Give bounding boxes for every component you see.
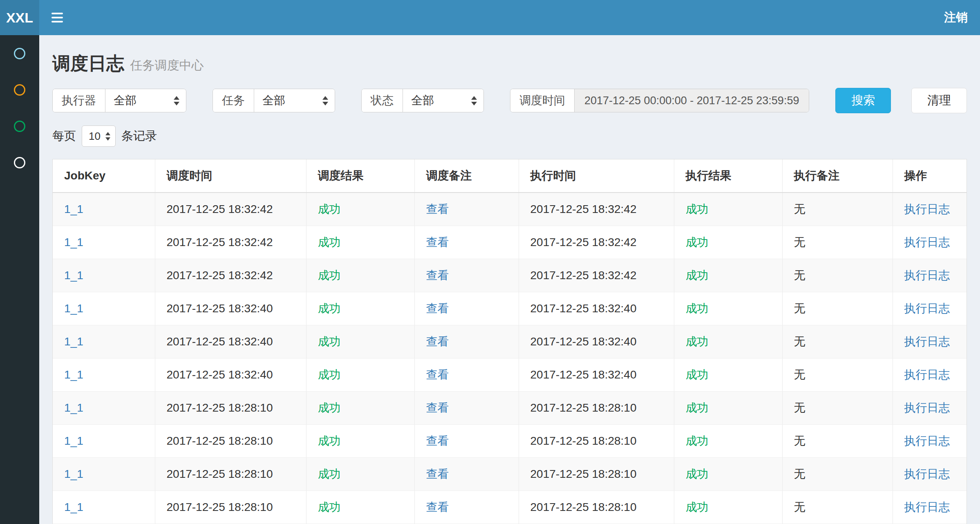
table-row: 1_1 2017-12-25 18:28:10 成功 查看 2017-12-25…	[53, 425, 967, 458]
handle-result-cell: 成功	[674, 425, 782, 458]
view-link[interactable]: 查看	[426, 468, 449, 480]
handle-msg-cell: 无	[782, 325, 893, 358]
trigger-time-filter-label: 调度时间	[510, 89, 574, 112]
exec-log-link[interactable]: 执行日志	[904, 203, 950, 215]
exec-log-link[interactable]: 执行日志	[904, 269, 950, 282]
job-filter-label: 任务	[213, 89, 254, 112]
sidebar-item-2[interactable]	[0, 72, 39, 108]
navbar-rest: 注销	[39, 0, 980, 35]
jobkey-link[interactable]: 1_1	[64, 236, 83, 249]
handle-result-cell: 成功	[674, 392, 782, 425]
search-button[interactable]: 搜索	[835, 88, 891, 113]
logout-link[interactable]: 注销	[932, 0, 980, 35]
circle-icon	[14, 84, 25, 96]
handle-msg-cell: 无	[782, 292, 893, 325]
exec-log-link[interactable]: 执行日志	[904, 401, 950, 414]
trigger-msg-cell: 查看	[414, 358, 519, 392]
handle-time-cell: 2017-12-25 18:32:42	[519, 226, 674, 259]
trigger-msg-cell: 查看	[414, 491, 519, 524]
jobkey-cell: 1_1	[53, 325, 155, 358]
trigger-result-cell: 成功	[306, 458, 414, 491]
action-cell: 执行日志	[893, 193, 967, 226]
exec-log-link[interactable]: 执行日志	[904, 468, 950, 480]
jobkey-link[interactable]: 1_1	[64, 401, 83, 414]
view-link[interactable]: 查看	[426, 269, 449, 282]
trigger-time-range-input[interactable]: 2017-12-25 00:00:00 - 2017-12-25 23:59:5…	[574, 89, 809, 112]
table-row: 1_1 2017-12-25 18:32:42 成功 查看 2017-12-25…	[53, 226, 967, 259]
handle-time-cell: 2017-12-25 18:28:10	[519, 491, 674, 524]
jobkey-cell: 1_1	[53, 259, 155, 292]
handle-result-cell: 成功	[674, 358, 782, 392]
jobkey-link[interactable]: 1_1	[64, 335, 83, 348]
view-link[interactable]: 查看	[426, 401, 449, 414]
trigger-msg-cell: 查看	[414, 325, 519, 358]
handle-time-cell: 2017-12-25 18:28:10	[519, 425, 674, 458]
view-link[interactable]: 查看	[426, 203, 449, 215]
clear-button[interactable]: 清理	[911, 88, 967, 113]
sidebar-item-3[interactable]	[0, 108, 39, 144]
handle-msg-cell: 无	[782, 425, 893, 458]
jobkey-link[interactable]: 1_1	[64, 468, 83, 480]
exec-log-link[interactable]: 执行日志	[904, 236, 950, 249]
view-link[interactable]: 查看	[426, 335, 449, 348]
jobkey-link[interactable]: 1_1	[64, 269, 83, 282]
status-select-value: 全部	[411, 93, 461, 108]
sidebar	[0, 35, 39, 524]
trigger-result-cell: 成功	[306, 425, 414, 458]
job-select[interactable]: 全部	[254, 89, 335, 112]
exec-log-link[interactable]: 执行日志	[904, 501, 950, 513]
table-row: 1_1 2017-12-25 18:32:40 成功 查看 2017-12-25…	[53, 292, 967, 325]
page-size-select[interactable]: 10	[82, 125, 116, 147]
handle-msg-cell: 无	[782, 259, 893, 292]
sidebar-item-4[interactable]	[0, 144, 39, 181]
action-cell: 执行日志	[893, 458, 967, 491]
jobkey-link[interactable]: 1_1	[64, 434, 83, 447]
exec-log-link[interactable]: 执行日志	[904, 302, 950, 315]
view-link[interactable]: 查看	[426, 236, 449, 249]
hamburger-icon	[51, 13, 63, 14]
jobkey-cell: 1_1	[53, 292, 155, 325]
view-link[interactable]: 查看	[426, 501, 449, 513]
top-navbar: XXL 注销	[0, 0, 980, 35]
handle-result-cell: 成功	[674, 226, 782, 259]
circle-icon	[14, 48, 25, 59]
exec-log-link[interactable]: 执行日志	[904, 368, 950, 381]
column-header-trigger-time: 调度时间	[155, 159, 306, 193]
jobkey-link[interactable]: 1_1	[64, 302, 83, 315]
page-size-suffix: 条记录	[121, 128, 157, 144]
trigger-time-cell: 2017-12-25 18:32:42	[155, 193, 306, 226]
jobkey-link[interactable]: 1_1	[64, 368, 83, 381]
trigger-result-cell: 成功	[306, 325, 414, 358]
trigger-time-cell: 2017-12-25 18:28:10	[155, 491, 306, 524]
executor-select[interactable]: 全部	[105, 89, 186, 112]
view-link[interactable]: 查看	[426, 302, 449, 315]
exec-log-link[interactable]: 执行日志	[904, 335, 950, 348]
table-row: 1_1 2017-12-25 18:28:10 成功 查看 2017-12-25…	[53, 392, 967, 425]
page-size-row: 每页 10 条记录	[52, 125, 967, 147]
jobkey-cell: 1_1	[53, 392, 155, 425]
jobkey-link[interactable]: 1_1	[64, 203, 83, 215]
page-title: 调度日志	[52, 53, 124, 73]
action-cell: 执行日志	[893, 392, 967, 425]
sidebar-toggle-button[interactable]	[39, 0, 75, 35]
page-size-prefix: 每页	[52, 128, 76, 144]
trigger-msg-cell: 查看	[414, 458, 519, 491]
page-size-value: 10	[89, 130, 101, 143]
exec-log-link[interactable]: 执行日志	[904, 434, 950, 447]
column-header-handle-time: 执行时间	[519, 159, 674, 193]
column-header-trigger-msg: 调度备注	[414, 159, 519, 193]
main-content: 调度日志 任务调度中心 执行器 全部 任务 全部 状态 全部	[39, 35, 980, 524]
jobkey-cell: 1_1	[53, 491, 155, 524]
jobkey-link[interactable]: 1_1	[64, 501, 83, 513]
trigger-result-cell: 成功	[306, 358, 414, 392]
status-filter-group: 状态 全部	[361, 89, 484, 112]
trigger-time-cell: 2017-12-25 18:32:42	[155, 259, 306, 292]
app-logo[interactable]: XXL	[0, 0, 39, 35]
view-link[interactable]: 查看	[426, 434, 449, 447]
trigger-result-cell: 成功	[306, 259, 414, 292]
status-select[interactable]: 全部	[403, 89, 483, 112]
trigger-result-cell: 成功	[306, 491, 414, 524]
view-link[interactable]: 查看	[426, 368, 449, 381]
sidebar-item-1[interactable]	[0, 35, 39, 72]
executor-filter-group: 执行器 全部	[52, 89, 186, 112]
